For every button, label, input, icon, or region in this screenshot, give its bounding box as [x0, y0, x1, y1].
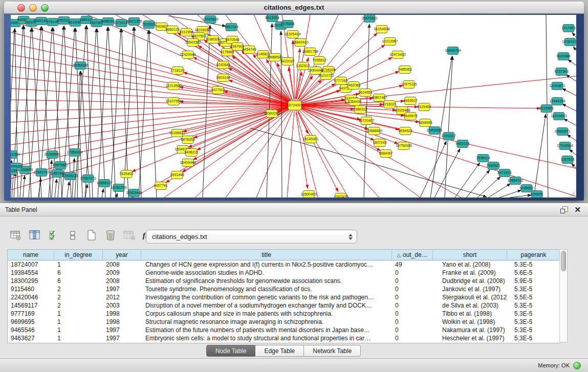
- graph-node[interactable]: [368, 127, 380, 135]
- column-header-in_degree[interactable]: in_degree: [54, 250, 103, 260]
- graph-node[interactable]: [75, 62, 86, 70]
- graph-node[interactable]: [304, 48, 316, 56]
- graph-node[interactable]: [257, 51, 269, 58]
- graph-node[interactable]: [420, 119, 431, 127]
- graph-node[interactable]: [55, 162, 66, 169]
- column-header-short[interactable]: short: [433, 250, 507, 260]
- graph-node[interactable]: [36, 17, 47, 25]
- graph-node[interactable]: [70, 19, 81, 27]
- table-row[interactable]: 2242004622012Investigating the contribut…: [8, 293, 560, 301]
- graph-node[interactable]: [47, 18, 58, 26]
- graph-node[interactable]: [288, 101, 301, 110]
- graph-node[interactable]: [82, 175, 94, 183]
- graph-node[interactable]: [128, 18, 140, 26]
- graph-node[interactable]: [557, 128, 568, 136]
- graph-node[interactable]: [128, 189, 140, 197]
- graph-node[interactable]: [121, 170, 132, 178]
- graph-node[interactable]: [419, 103, 430, 111]
- graph-node[interactable]: [405, 97, 416, 105]
- graph-node[interactable]: [552, 98, 563, 105]
- graph-node[interactable]: [553, 113, 564, 120]
- graph-node[interactable]: [374, 94, 385, 102]
- graph-node[interactable]: [400, 127, 411, 135]
- graph-node[interactable]: [52, 170, 63, 178]
- graph-node[interactable]: [282, 58, 293, 65]
- table-row[interactable]: 977716911998Corpus callosum shape and si…: [8, 310, 560, 318]
- graph-node[interactable]: [113, 184, 124, 192]
- graph-node[interactable]: [168, 98, 179, 105]
- table-row[interactable]: 911546021997Tourette syndrome. Phenomeno…: [8, 285, 560, 293]
- table-row[interactable]: 1872400712008Changes of HCN gene express…: [8, 260, 560, 269]
- graph-node[interactable]: [556, 68, 567, 76]
- graph-node[interactable]: [399, 66, 410, 74]
- graph-node[interactable]: [143, 21, 155, 29]
- graph-node[interactable]: [403, 81, 415, 89]
- graph-node[interactable]: [267, 15, 278, 22]
- graph-node[interactable]: [172, 67, 183, 75]
- table-row[interactable]: 969969511998Structural magnetic resonanc…: [8, 318, 560, 326]
- window-titlebar[interactable]: citations_edges.txt: [4, 2, 584, 14]
- graph-node[interactable]: [384, 38, 396, 46]
- tab-node-table[interactable]: Node Table: [206, 345, 256, 357]
- graph-node[interactable]: [457, 140, 468, 148]
- graph-node[interactable]: [384, 101, 395, 108]
- select-columns-button[interactable]: [47, 229, 60, 242]
- graph-node[interactable]: [305, 136, 316, 143]
- graph-node[interactable]: [167, 26, 178, 34]
- graph-node[interactable]: [287, 31, 298, 38]
- graph-node[interactable]: [558, 53, 569, 60]
- graph-node[interactable]: [510, 177, 521, 185]
- graph-node[interactable]: [168, 82, 179, 90]
- graph-node[interactable]: [181, 29, 192, 36]
- graph-node[interactable]: [156, 23, 167, 31]
- graph-node[interactable]: [392, 51, 403, 59]
- graph-node[interactable]: [64, 172, 76, 180]
- graph-node[interactable]: [102, 18, 114, 26]
- zoom-window-button[interactable]: [41, 4, 49, 12]
- minimize-window-button[interactable]: [29, 4, 37, 12]
- graph-node[interactable]: [182, 51, 193, 59]
- row-height-button[interactable]: [66, 229, 79, 242]
- graph-node[interactable]: [335, 193, 346, 198]
- graph-node[interactable]: [171, 171, 183, 179]
- graph-node[interactable]: [244, 46, 255, 54]
- graph-node[interactable]: [182, 136, 193, 144]
- graph-node[interactable]: [348, 82, 359, 90]
- graph-node[interactable]: [303, 191, 314, 198]
- graph-node[interactable]: [488, 162, 499, 170]
- graph-node[interactable]: [360, 89, 371, 97]
- new-file-button[interactable]: [85, 229, 98, 242]
- tab-network-table[interactable]: Network Table: [304, 345, 361, 357]
- graph-node[interactable]: [355, 106, 366, 114]
- graph-node[interactable]: [447, 47, 459, 55]
- graph-node[interactable]: [266, 110, 277, 118]
- column-header-title[interactable]: title: [141, 250, 392, 260]
- column-header-pagerank[interactable]: pagerank: [507, 250, 560, 260]
- network-canvas[interactable]: 2605572940612186104320691406976145105318…: [11, 15, 576, 198]
- graph-node[interactable]: [205, 16, 216, 24]
- graph-node[interactable]: [380, 150, 391, 158]
- graph-node[interactable]: [232, 43, 243, 51]
- graph-node[interactable]: [69, 149, 80, 157]
- graph-node[interactable]: [541, 105, 552, 113]
- graph-node[interactable]: [217, 74, 229, 82]
- graph-node[interactable]: [361, 117, 372, 125]
- graph-node[interactable]: [81, 16, 92, 24]
- scrollbar-thumb[interactable]: [561, 251, 566, 271]
- close-window-button[interactable]: [17, 4, 25, 12]
- graph-node[interactable]: [398, 142, 409, 150]
- graph-node[interactable]: [11, 167, 17, 175]
- graph-node[interactable]: [552, 82, 563, 90]
- graph-node[interactable]: [499, 169, 510, 177]
- close-panel-icon[interactable]: ✕: [574, 206, 581, 213]
- graph-node[interactable]: [364, 15, 375, 23]
- graph-node[interactable]: [217, 61, 229, 69]
- trash-button[interactable]: [104, 229, 117, 242]
- graph-node[interactable]: [171, 129, 183, 137]
- graph-node[interactable]: [443, 133, 454, 140]
- graph-node[interactable]: [282, 20, 293, 28]
- graph-node[interactable]: [310, 67, 321, 75]
- table-row[interactable]: 1456911722003Disruption of a novel membe…: [8, 301, 560, 310]
- column-header-out_de[interactable]: △out_de…: [392, 250, 433, 260]
- graph-node[interactable]: [47, 151, 58, 159]
